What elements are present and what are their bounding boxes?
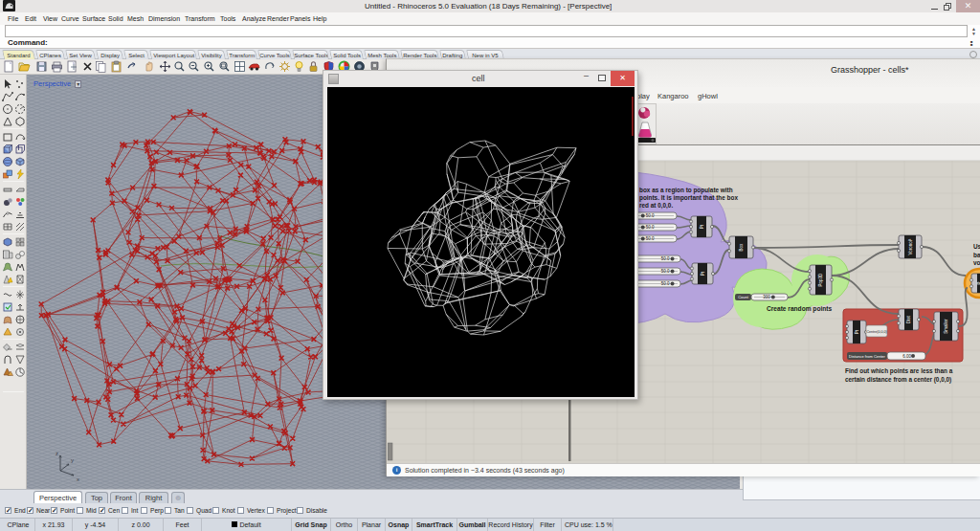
svg-text:50.0: 50.0	[646, 225, 655, 230]
svg-text:50.0: 50.0	[646, 213, 655, 218]
svg-text:Pt: Pt	[701, 271, 705, 276]
svg-text:Count: Count	[738, 295, 749, 299]
svg-text:Centre(0,0,0): Centre(0,0,0)	[866, 330, 886, 334]
svg-text:50.0: 50.0	[661, 269, 670, 274]
svg-text:50.0: 50.0	[646, 236, 655, 241]
svg-text:6.00: 6.00	[902, 354, 911, 359]
svg-text:Smaller: Smaller	[944, 319, 948, 334]
svg-text:Dist: Dist	[906, 315, 911, 322]
svg-text:P: P	[977, 281, 980, 284]
svg-text:Pop3D: Pop3D	[818, 273, 823, 287]
svg-text:50.0: 50.0	[661, 281, 670, 286]
svg-text:Pt: Pt	[700, 224, 704, 229]
svg-text:Voronoi³: Voronoi³	[908, 238, 913, 254]
svg-text:z: z	[56, 451, 58, 456]
svg-text:Distance from Center: Distance from Center	[849, 354, 885, 359]
svg-text:y: y	[71, 457, 74, 463]
svg-text:300: 300	[763, 295, 770, 299]
svg-text:50.0: 50.0	[661, 256, 670, 261]
svg-text:x: x	[77, 476, 79, 482]
svg-text:Pt: Pt	[855, 329, 859, 334]
svg-text:Box: Box	[739, 243, 744, 252]
